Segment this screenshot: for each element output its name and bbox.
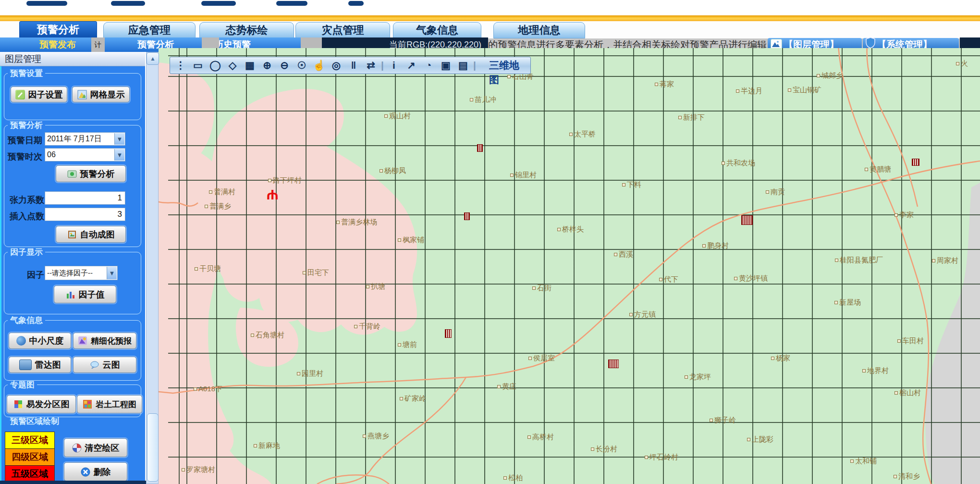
- meso-scale-button[interactable]: 中小尺度: [9, 333, 71, 349]
- points-label: 插入点数: [10, 211, 44, 222]
- mine-symbol: [464, 212, 470, 220]
- map-place-label: 蒋家: [655, 80, 674, 89]
- map-place-label: 园里村: [297, 369, 323, 378]
- susceptibility-map-button[interactable]: 易发分区图: [7, 395, 76, 413]
- factor-select[interactable]: --请选择因子-- ▼: [45, 266, 118, 280]
- map-place-label: 罗家塘村: [182, 465, 215, 474]
- susceptibility-map-icon: [13, 399, 23, 409]
- pan-hand-icon[interactable]: ☝: [310, 58, 328, 73]
- chevron-down-icon[interactable]: ▼: [107, 267, 117, 279]
- main-tab-地理信息[interactable]: 地理信息: [493, 22, 585, 38]
- tension-input[interactable]: [45, 191, 125, 205]
- group-header: 预警设置: [8, 69, 45, 78]
- map-place-label: 干贝塘: [195, 264, 221, 273]
- map-place-label: 太和铺: [850, 457, 877, 466]
- map-toolbar: ⋮▭◯◇▦⊕⊖☉☝◎‖⇄|i↗◔▣▤| 三维地图: [170, 57, 531, 74]
- scroll-up-arrow[interactable]: ▲: [147, 52, 159, 65]
- main-tab-灾点管理[interactable]: 灾点管理: [295, 22, 390, 38]
- measure-distance-icon[interactable]: ▭: [189, 58, 207, 73]
- map-place-label: 龙家坪: [685, 372, 711, 382]
- map-place-label: 太平桥: [569, 130, 596, 139]
- map-label-layer: 上石背石山青蒋家城郊乡火半边月宝山铜矿苗儿冲观山村新排下太平桥共和农场黄腊塘杨柳…: [168, 48, 980, 484]
- full-extent-icon[interactable]: ☉: [293, 58, 310, 73]
- map-place-label: 枫家铺: [398, 236, 424, 245]
- map-place-label: 松柏: [503, 473, 523, 483]
- main-tab-应急管理[interactable]: 应急管理: [103, 22, 196, 38]
- toolbar-grip[interactable]: ⋮: [172, 58, 189, 73]
- factor-settings-icon: [15, 90, 25, 99]
- chevron-down-icon[interactable]: ▼: [114, 149, 124, 161]
- sub-tab-预警发布[interactable]: 预警发布: [26, 37, 89, 52]
- app-window: 预警分析应急管理态势标绘灾点管理气象信息地理信息 欢迎登录 【注销】 预警发布预…: [0, 0, 980, 484]
- group-header: 预警分析: [8, 121, 45, 130]
- window-tab-pill: [26, 1, 67, 6]
- toolbar-divider: |: [472, 58, 478, 73]
- warn-time-select[interactable]: 06▼: [45, 148, 125, 161]
- clear-region-button[interactable]: 清空绘区: [64, 438, 127, 457]
- map-place-label: 坪石岭村: [645, 453, 678, 462]
- map-place-label: 城郊乡: [817, 71, 843, 80]
- factor-settings-button[interactable]: 因子设置: [11, 87, 67, 102]
- factor-value-button[interactable]: 因子值: [54, 285, 116, 303]
- map-place-label: 榕山村: [894, 388, 921, 397]
- layer-panel-title: 图层管理: [0, 52, 145, 66]
- map-3d-button[interactable]: 三维地图: [481, 58, 528, 73]
- main-tab-预警分析[interactable]: 预警分析: [19, 21, 97, 38]
- delete-button[interactable]: 删除: [64, 462, 127, 481]
- grid-display-button[interactable]: 网格显示: [72, 87, 130, 102]
- bar-chart-icon: [66, 290, 75, 299]
- identify-icon[interactable]: i: [385, 58, 403, 73]
- history-icon[interactable]: ◔: [420, 58, 437, 73]
- legend-五级区域: 五级区域: [5, 466, 54, 483]
- map-place-label: 半边月: [736, 87, 762, 96]
- clipped-text-fragment: 计: [91, 37, 105, 52]
- zoom-out-icon[interactable]: ⊖: [276, 58, 293, 73]
- map-place-label: 普满乡: [205, 202, 231, 211]
- warn-analyze-button[interactable]: 预警分析: [56, 165, 126, 182]
- window-tab-pill: [276, 1, 307, 6]
- main-tab-气象信息[interactable]: 气象信息: [393, 22, 481, 38]
- grid-display-icon[interactable]: ▦: [241, 58, 258, 73]
- measure-area-icon[interactable]: ◯: [207, 58, 224, 73]
- zoom-in-icon[interactable]: ⊕: [258, 58, 276, 73]
- map-place-label: 桥梓头: [557, 225, 584, 234]
- map-place-label: 南贡: [766, 187, 785, 197]
- map-place-label: 高桥村: [527, 433, 554, 442]
- legend-四级区域: 四级区域: [5, 449, 54, 466]
- map-place-label: 新麻地: [254, 441, 280, 450]
- map-place-label: 宝山铜矿: [788, 86, 821, 95]
- save-icon[interactable]: ▣: [437, 58, 454, 73]
- pause-icon[interactable]: ‖: [345, 58, 362, 73]
- scrollbar-thumb[interactable]: [147, 413, 159, 482]
- window-tab-pill: [201, 1, 236, 6]
- group-header: 气象信息: [8, 316, 45, 325]
- measure-polygon-icon[interactable]: ◇: [224, 58, 241, 73]
- auto-map-button[interactable]: 自动成图: [56, 226, 126, 243]
- warn-date-select[interactable]: 2011年 7月17日▼: [45, 132, 125, 146]
- refresh-icon[interactable]: ⇄: [362, 58, 380, 73]
- map-place-label: 新屋场: [834, 298, 861, 307]
- clear-region-icon: [72, 443, 82, 453]
- map-place-label: 杨家: [771, 354, 790, 363]
- radar-button[interactable]: 雷达图: [9, 357, 71, 373]
- points-input[interactable]: [45, 208, 125, 221]
- export-icon[interactable]: ↗: [403, 58, 420, 73]
- zoom-select-icon[interactable]: ◎: [328, 58, 345, 73]
- map-place-label: 侯居室: [528, 354, 555, 363]
- chevron-down-icon[interactable]: ▼: [114, 133, 124, 145]
- window-tab-pill: [348, 1, 364, 6]
- print-icon[interactable]: ▤: [454, 58, 472, 73]
- main-tab-态势标绘[interactable]: 态势标绘: [199, 22, 294, 38]
- factor-label: 因子: [27, 269, 44, 281]
- warn-analyze-icon: [67, 169, 77, 179]
- map-place-label: 扒塘: [366, 282, 385, 291]
- fine-forecast-button[interactable]: 精细化预报: [73, 333, 136, 349]
- legend-三级区域: 三级区域: [5, 432, 54, 449]
- map-place-label: 矿家岭: [400, 394, 426, 403]
- map-canvas[interactable]: 上石背石山青蒋家城郊乡火半边月宝山铜矿苗儿冲观山村新排下太平桥共和农场黄腊塘杨柳…: [159, 48, 980, 484]
- map-place-label: 燕塘乡: [363, 432, 389, 441]
- geotech-map-button[interactable]: 岩土工程图: [77, 395, 142, 413]
- radar-icon: [19, 360, 32, 370]
- group-header: 因子显示: [8, 248, 45, 257]
- cloud-image-button[interactable]: 云图: [73, 357, 136, 373]
